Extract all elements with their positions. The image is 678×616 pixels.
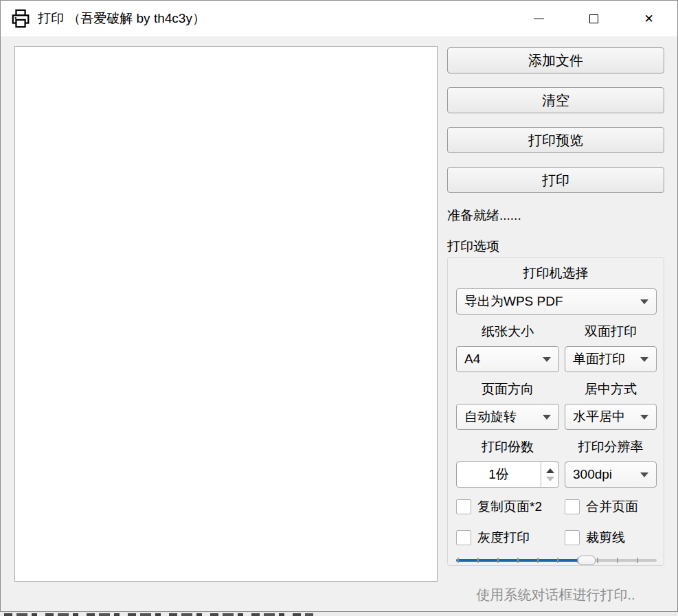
resolution-label: 打印分辨率 [565,438,657,456]
centering-value: 水平居中 [573,408,625,426]
spin-down-icon [546,477,554,481]
checkbox-box[interactable] [565,530,580,545]
status-text: 准备就绪...... [447,207,521,225]
paper-size-value: A4 [464,352,480,367]
checkbox-box[interactable] [456,499,471,514]
grayscale-checkbox[interactable]: 灰度打印 [456,529,530,546]
print-options-label: 打印选项 [447,238,499,255]
chevron-down-icon [543,415,551,420]
slider-ticks [457,558,655,563]
resolution-value: 300dpi [573,467,612,482]
file-list-panel[interactable] [14,46,438,582]
background-window-edge [0,612,678,616]
spin-up-icon [546,468,554,473]
duplicate-page-checkbox[interactable]: 复制页面*2 [456,499,542,515]
copies-spinner[interactable]: 1份 [456,461,559,488]
titlebar: 打印 （吾爱破解 by th4c3y） ✕ [1,1,677,36]
orientation-value: 自动旋转 [464,408,517,426]
printer-select[interactable]: 导出为WPS PDF [456,288,657,315]
orientation-select[interactable]: 自动旋转 [456,404,559,430]
add-file-button[interactable]: 添加文件 [447,47,664,73]
checkbox-label: 灰度打印 [477,529,530,547]
minimize-icon [534,19,544,19]
print-slider[interactable] [456,555,657,566]
print-options-groupbox: 打印机选择 导出为WPS PDF 纸张大小 双面打印 A4 单面打印 页面方向 … [447,257,664,566]
chevron-down-icon [640,299,648,304]
printer-select-label: 打印机选择 [448,264,664,282]
background-window-text-remnant [4,613,313,616]
copies-value: 1份 [457,462,541,487]
close-button[interactable]: ✕ [633,1,665,36]
maximize-icon [589,14,598,23]
centering-label: 居中方式 [565,380,657,398]
close-icon: ✕ [644,13,653,25]
paper-size-select[interactable]: A4 [456,346,559,372]
chevron-down-icon [640,472,648,477]
slider-handle[interactable] [578,556,596,565]
clear-button[interactable]: 清空 [447,87,664,113]
checkbox-box[interactable] [456,530,471,545]
printer-icon [10,8,31,29]
chevron-down-icon [543,357,551,362]
checkbox-label: 复制页面*2 [477,498,542,516]
system-dialog-link[interactable]: 使用系统对话框进行打印.. [447,586,664,604]
maximize-button[interactable] [578,1,610,36]
checkbox-label: 合并页面 [586,498,638,516]
checkbox-box[interactable] [565,499,580,514]
print-preview-button[interactable]: 打印预览 [447,127,664,153]
spinner-arrows[interactable] [541,462,558,487]
printer-select-value: 导出为WPS PDF [464,293,563,310]
orientation-label: 页面方向 [456,380,559,398]
duplex-value: 单面打印 [573,350,625,368]
print-dialog-window: 打印 （吾爱破解 by th4c3y） ✕ 添加文件 清空 打印预览 打印 准备… [0,0,678,612]
duplex-select[interactable]: 单面打印 [565,346,657,372]
window-title: 打印 （吾爱破解 by th4c3y） [38,10,205,27]
chevron-down-icon [640,357,648,362]
merge-pages-checkbox[interactable]: 合并页面 [565,499,638,515]
checkbox-label: 裁剪线 [586,529,625,547]
minimize-button[interactable] [523,1,555,36]
resolution-select[interactable]: 300dpi [565,461,657,488]
chevron-down-icon [640,415,648,420]
copies-label: 打印份数 [456,438,559,456]
paper-size-label: 纸张大小 [456,323,559,341]
print-button[interactable]: 打印 [447,167,664,193]
centering-select[interactable]: 水平居中 [565,404,657,430]
crop-marks-checkbox[interactable]: 裁剪线 [565,529,625,546]
duplex-label: 双面打印 [565,323,657,341]
